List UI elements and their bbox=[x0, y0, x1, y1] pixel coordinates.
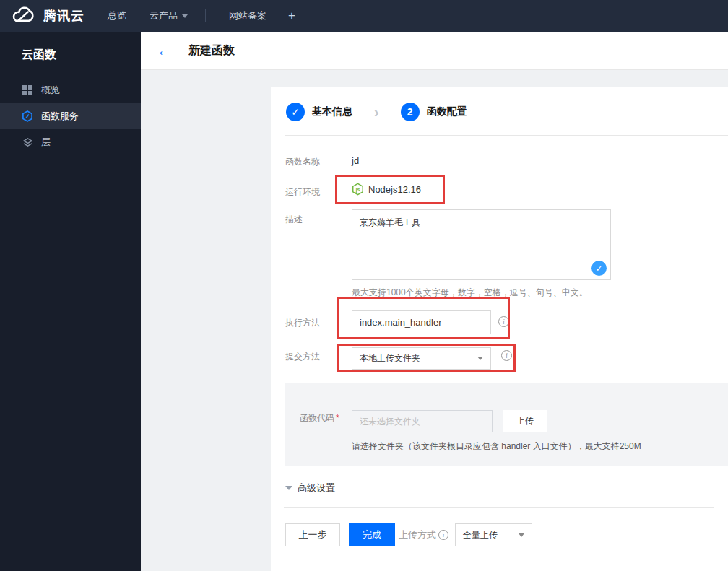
nodejs-icon: js bbox=[352, 183, 364, 196]
step-number-2: 2 bbox=[401, 103, 420, 121]
handler-label: 执行方法 bbox=[285, 317, 320, 329]
cloud-logo-icon bbox=[10, 5, 38, 27]
sidebar-item-overview[interactable]: 概览 bbox=[0, 77, 141, 103]
upload-mode-info-icon[interactable]: i bbox=[438, 530, 448, 540]
nav-item-cloud-products[interactable]: 云产品 bbox=[150, 9, 188, 22]
upload-mode-value: 全量上传 bbox=[463, 529, 498, 541]
handler-input[interactable] bbox=[352, 310, 491, 334]
sidebar-title: 云函数 bbox=[0, 32, 141, 77]
sidebar-item-label: 概览 bbox=[41, 84, 60, 97]
submit-method-label: 提交方法 bbox=[285, 351, 320, 363]
description-textarea[interactable]: 京东薅羊毛工具 bbox=[352, 209, 611, 280]
function-code-label: 函数代码* bbox=[300, 412, 339, 424]
step-indicator: ✓ 基本信息 › 2 函数配置 bbox=[286, 103, 467, 121]
navbar-divider bbox=[205, 9, 206, 22]
page-title: 新建函数 bbox=[188, 43, 235, 58]
advanced-settings-label: 高级设置 bbox=[298, 481, 335, 494]
step-label-basic-info: 基本信息 bbox=[312, 105, 352, 118]
function-name-value: jd bbox=[352, 155, 359, 166]
steps-divider bbox=[285, 135, 728, 136]
finish-button[interactable]: 完成 bbox=[349, 523, 395, 546]
layers-icon bbox=[22, 136, 33, 148]
upload-mode-label: 上传方式 i bbox=[399, 523, 448, 546]
footer-divider bbox=[284, 507, 714, 508]
grid-icon bbox=[22, 84, 33, 96]
description-help-text: 最大支持1000个英文字母，数字，空格，逗号、句号、中文。 bbox=[352, 287, 588, 299]
runtime-value: Nodejs12.16 bbox=[368, 184, 421, 195]
chevron-right-icon: › bbox=[374, 105, 379, 119]
description-label: 描述 bbox=[285, 214, 303, 226]
nav-item-overview[interactable]: 总览 bbox=[108, 9, 126, 22]
triangle-down-icon bbox=[285, 486, 292, 490]
required-asterisk: * bbox=[336, 413, 339, 423]
tencent-cloud-console: 腾讯云 总览 云产品 网站备案 + 云函数 概览 bbox=[0, 0, 728, 571]
top-navbar: 腾讯云 总览 云产品 网站备案 + bbox=[0, 0, 728, 32]
svg-text:js: js bbox=[355, 186, 360, 193]
valid-check-icon: ✓ bbox=[592, 261, 607, 276]
chevron-down-icon bbox=[519, 533, 524, 537]
add-tab-button[interactable]: + bbox=[288, 9, 295, 23]
sidebar-item-function-service[interactable]: 函数服务 bbox=[0, 103, 141, 129]
advanced-settings-toggle[interactable]: 高级设置 bbox=[285, 481, 335, 494]
submit-method-info-icon[interactable]: i bbox=[501, 350, 512, 361]
previous-step-button[interactable]: 上一步 bbox=[285, 523, 340, 546]
upload-button[interactable]: 上传 bbox=[503, 410, 547, 432]
folder-path-input[interactable] bbox=[352, 410, 493, 432]
chevron-down-icon bbox=[477, 357, 483, 360]
tencent-cloud-logo[interactable]: 腾讯云 bbox=[10, 5, 84, 27]
function-hexagon-icon bbox=[22, 110, 33, 122]
submit-method-value: 本地上传文件夹 bbox=[360, 352, 420, 365]
runtime-label: 运行环境 bbox=[285, 186, 320, 199]
runtime-value-row: js Nodejs12.16 bbox=[352, 183, 421, 196]
back-arrow-icon[interactable]: ← bbox=[157, 43, 171, 59]
step-done-check-icon: ✓ bbox=[286, 103, 305, 121]
code-help-text: 请选择文件夹（该文件夹根目录应包含 handler 入口文件），最大支持250M bbox=[352, 440, 641, 453]
sidebar-item-layers[interactable]: 层 bbox=[0, 129, 141, 155]
brand-name: 腾讯云 bbox=[43, 7, 84, 25]
submit-method-select[interactable]: 本地上传文件夹 bbox=[352, 347, 491, 370]
page-header: ← 新建函数 bbox=[141, 32, 728, 70]
function-name-label: 函数名称 bbox=[285, 156, 320, 168]
sidebar: 云函数 概览 函数服务 bbox=[0, 32, 141, 571]
nav-item-icp-filing[interactable]: 网站备案 bbox=[229, 9, 266, 22]
create-function-panel: ✓ 基本信息 › 2 函数配置 函数名称 jd 运行环境 js Nodejs12… bbox=[271, 87, 728, 571]
sidebar-item-label: 函数服务 bbox=[41, 110, 79, 123]
step-label-function-config: 函数配置 bbox=[427, 105, 467, 118]
sidebar-item-label: 层 bbox=[41, 136, 51, 149]
handler-info-icon[interactable]: i bbox=[498, 316, 509, 327]
chevron-down-icon bbox=[182, 14, 188, 18]
upload-mode-select[interactable]: 全量上传 bbox=[455, 523, 532, 546]
